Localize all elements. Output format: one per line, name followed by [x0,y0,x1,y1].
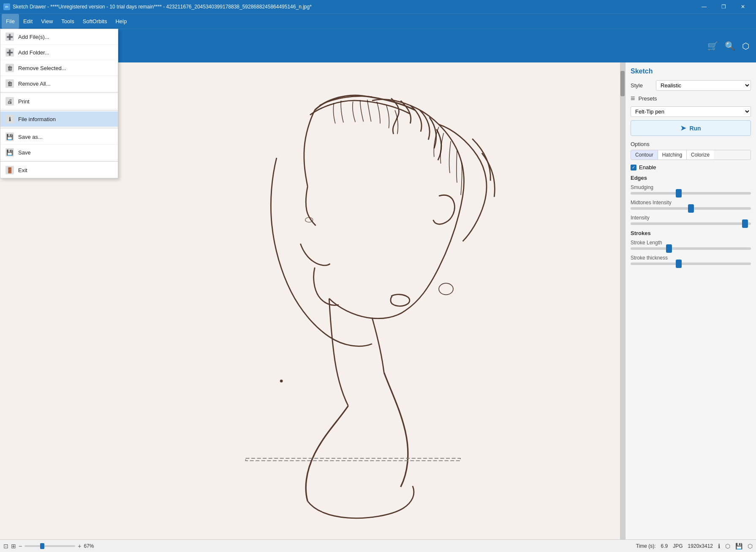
presets-row: ≡ Presets [631,94,751,103]
enable-row: ✓ Enable [631,164,751,170]
maximize-button[interactable]: ❐ [714,0,733,14]
right-panel: Sketch Style Realistic Pencil Ink ≡ Pres… [625,62,756,539]
zoom-value: 67% [84,543,94,549]
status-icon-actual[interactable]: ⊞ [11,543,16,549]
menu-item-remove-all[interactable]: 🗑 Remove All... [0,76,118,92]
menu-item-remove-selected[interactable]: 🗑 Remove Selected... [0,62,118,76]
midtones-slider-group: Midtones Intensity [631,200,751,210]
status-bar-right: Time (s): 6.9 JPG 1920x3412 ℹ ⬡ 💾 ⬡ [636,543,753,549]
cart-icon[interactable]: 🛒 [706,39,720,53]
save-icon: 💾 [5,148,14,157]
menu-softorbits[interactable]: SoftOrbits [79,14,111,29]
search-icon[interactable]: 🔍 [723,39,737,53]
presets-label: Presets [639,95,661,102]
run-arrow-icon: ➤ [680,124,686,132]
enable-checkbox[interactable]: ✓ [631,165,636,170]
menu-item-file-information[interactable]: ℹ File information [0,111,118,127]
options-tab-group: Contour Hatching Colorize [631,150,751,160]
run-button[interactable]: ➤ Run [631,120,751,136]
menu-item-save[interactable]: 💾 Save [0,145,118,160]
format-label: JPG [673,543,683,549]
stroke-length-slider[interactable] [631,247,751,250]
app-icon: ✏ [3,3,10,10]
save-status-icon[interactable]: 💾 [735,543,742,549]
remove-all-label: Remove All... [18,81,51,87]
exit-label: Exit [18,167,27,173]
menu-item-print[interactable]: 🖨 Print [0,94,118,109]
minimize-button[interactable]: — [694,0,714,14]
main-layout: ➕ Add File(s)... ➕ Add Folder... 🗑 Remov… [0,62,756,539]
print-icon: 🖨 [5,97,14,106]
style-row: Style Realistic Pencil Ink [631,80,751,91]
exit-icon: 🚪 [5,166,14,174]
toolbar-right-icons: 🛒 🔍 ⬡ [706,39,751,53]
stroke-thickness-slider-group: Stroke thickness [631,255,751,265]
stroke-thickness-thumb[interactable] [676,260,682,268]
intensity-label: Intensity [631,215,751,221]
tab-hatching[interactable]: Hatching [658,150,687,160]
window-title: Sketch Drawer - ****Unregistered version… [13,4,312,10]
file-information-label: File information [18,116,56,122]
menu-item-exit[interactable]: 🚪 Exit [0,162,118,178]
app-icon-right[interactable]: ⬡ [740,39,751,53]
smudging-thumb[interactable] [676,189,682,198]
remove-selected-label: Remove Selected... [18,65,66,71]
dimensions-label: 1920x3412 [688,543,713,549]
intensity-thumb[interactable] [742,219,748,228]
svg-point-2 [280,379,283,382]
smudging-slider-group: Smudging [631,184,751,195]
file-info-icon: ℹ [5,115,14,123]
menu-file[interactable]: File [2,14,19,29]
enable-label: Enable [639,164,656,170]
print-label: Print [18,98,30,105]
remove-all-icon: 🗑 [5,79,14,88]
menu-item-save-as[interactable]: 💾 Save as... [0,129,118,145]
presets-select[interactable]: Felt-Tip pen Pencil Charcoal [631,106,751,117]
svg-point-1 [439,283,453,295]
svg-point-0 [305,217,313,222]
zoom-thumb[interactable] [40,543,44,549]
zoom-slider[interactable] [24,545,75,547]
menu-help[interactable]: Help [111,14,131,29]
menu-bar: File Edit View Tools SoftOrbits Help [0,14,756,29]
options-label: Options [631,141,751,147]
style-select[interactable]: Realistic Pencil Ink [656,80,751,91]
midtones-slider[interactable] [631,207,751,210]
save-as-label: Save as... [18,134,43,140]
zoom-minus[interactable]: − [19,543,22,549]
run-label: Run [689,125,701,132]
status-bar: ⊡ ⊞ − + 67% Time (s): 6.9 JPG 1920x3412 … [0,539,756,552]
style-label: Style [631,82,653,89]
menu-tools[interactable]: Tools [57,14,78,29]
stroke-thickness-slider[interactable] [631,262,751,265]
smudging-slider[interactable] [631,192,751,195]
tab-colorize[interactable]: Colorize [687,150,714,160]
time-label: Time (s): [636,543,656,549]
midtones-thumb[interactable] [688,204,694,213]
strokes-header: Strokes [631,230,751,236]
status-icon-fit[interactable]: ⊡ [3,543,8,549]
save-as-icon: 💾 [5,133,14,141]
menu-edit[interactable]: Edit [19,14,37,29]
stroke-length-thumb[interactable] [666,244,672,253]
scrollbar-thumb[interactable] [620,71,625,96]
edges-header: Edges [631,175,751,181]
close-button[interactable]: ✕ [733,0,753,14]
title-bar: ✏ Sketch Drawer - ****Unregistered versi… [0,0,756,14]
presets-icon: ≡ [631,94,635,103]
stroke-length-label: Stroke Length [631,240,751,246]
intensity-slider[interactable] [631,222,751,225]
save-label: Save [18,149,31,156]
presets-select-row: Felt-Tip pen Pencil Charcoal [631,106,751,117]
share-icon[interactable]: ⬡ [725,543,730,549]
file-dropdown-menu: ➕ Add File(s)... ➕ Add Folder... 🗑 Remov… [0,62,118,179]
canvas-area: ➕ Add File(s)... ➕ Add Folder... 🗑 Remov… [0,62,620,539]
menu-view[interactable]: View [37,14,57,29]
settings-icon[interactable]: ⬡ [748,543,753,549]
panel-title: Sketch [631,68,751,75]
vertical-scrollbar[interactable] [620,62,625,539]
info-icon[interactable]: ℹ [718,543,720,549]
tab-contour[interactable]: Contour [631,150,658,160]
zoom-plus[interactable]: + [78,543,81,549]
time-value: 6.9 [661,543,668,549]
